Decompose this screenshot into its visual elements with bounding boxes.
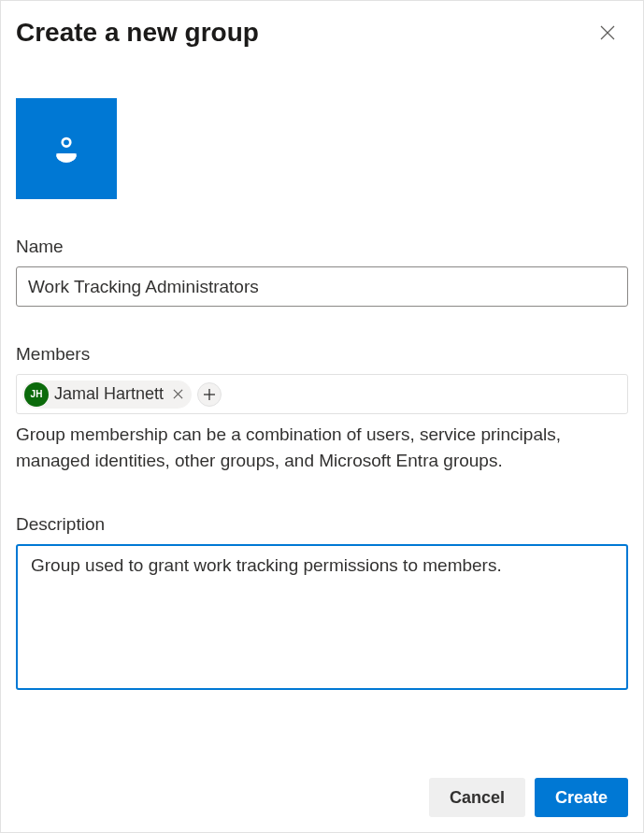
group-avatar-tile[interactable] <box>16 98 117 199</box>
create-button[interactable]: Create <box>535 778 628 817</box>
members-label: Members <box>16 344 628 365</box>
members-help-text: Group membership can be a combination of… <box>16 422 628 473</box>
dialog-header: Create a new group <box>16 18 628 48</box>
member-name: Jamal Hartnett <box>54 384 164 404</box>
remove-member-button[interactable] <box>169 386 186 403</box>
dialog-title: Create a new group <box>16 18 259 48</box>
plus-icon <box>204 389 215 400</box>
name-input[interactable] <box>16 266 628 307</box>
member-chip: JH Jamal Hartnett <box>22 381 192 409</box>
close-button[interactable] <box>593 18 623 48</box>
add-member-button[interactable] <box>197 382 222 407</box>
svg-point-2 <box>63 138 71 147</box>
member-avatar: JH <box>24 382 49 407</box>
description-input[interactable]: Group used to grant work tracking permis… <box>16 544 628 690</box>
dialog-footer: Cancel Create <box>429 778 628 817</box>
person-icon <box>51 134 81 164</box>
close-icon <box>173 389 183 399</box>
cancel-button[interactable]: Cancel <box>429 778 525 817</box>
name-label: Name <box>16 237 628 257</box>
description-label: Description <box>16 514 628 535</box>
members-input[interactable]: JH Jamal Hartnett <box>16 374 628 414</box>
close-icon <box>600 25 615 40</box>
